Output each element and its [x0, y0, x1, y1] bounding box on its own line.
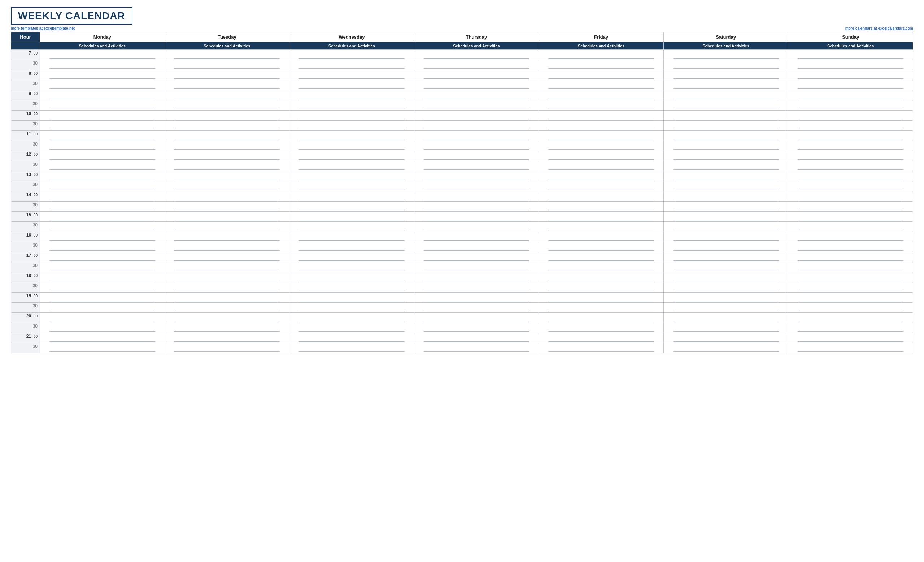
schedule-cell[interactable]	[414, 50, 539, 60]
schedule-cell[interactable]	[165, 212, 290, 222]
schedule-cell[interactable]	[290, 121, 414, 131]
schedule-cell[interactable]	[663, 201, 788, 212]
schedule-cell[interactable]	[539, 252, 664, 262]
schedule-cell[interactable]	[40, 293, 165, 303]
schedule-cell[interactable]	[290, 90, 414, 101]
schedule-cell[interactable]	[539, 262, 664, 272]
schedule-cell[interactable]	[788, 303, 913, 313]
schedule-cell[interactable]	[788, 222, 913, 232]
schedule-cell[interactable]	[414, 252, 539, 262]
schedule-cell[interactable]	[663, 60, 788, 70]
schedule-cell[interactable]	[788, 272, 913, 283]
schedule-cell[interactable]	[663, 151, 788, 161]
schedule-cell[interactable]	[414, 80, 539, 90]
schedule-cell[interactable]	[40, 181, 165, 191]
schedule-cell[interactable]	[40, 141, 165, 151]
schedule-cell[interactable]	[414, 121, 539, 131]
schedule-cell[interactable]	[788, 262, 913, 272]
schedule-cell[interactable]	[40, 232, 165, 242]
schedule-cell[interactable]	[539, 181, 664, 191]
schedule-cell[interactable]	[414, 191, 539, 201]
schedule-cell[interactable]	[40, 191, 165, 201]
schedule-cell[interactable]	[40, 212, 165, 222]
schedule-cell[interactable]	[539, 272, 664, 283]
schedule-cell[interactable]	[414, 101, 539, 111]
schedule-cell[interactable]	[788, 80, 913, 90]
schedule-cell[interactable]	[663, 141, 788, 151]
schedule-cell[interactable]	[788, 70, 913, 80]
schedule-cell[interactable]	[290, 151, 414, 161]
schedule-cell[interactable]	[414, 262, 539, 272]
schedule-cell[interactable]	[539, 60, 664, 70]
schedule-cell[interactable]	[290, 161, 414, 171]
schedule-cell[interactable]	[290, 101, 414, 111]
schedule-cell[interactable]	[663, 323, 788, 333]
schedule-cell[interactable]	[165, 171, 290, 181]
schedule-cell[interactable]	[539, 343, 664, 353]
schedule-cell[interactable]	[539, 111, 664, 121]
schedule-cell[interactable]	[40, 171, 165, 181]
schedule-cell[interactable]	[539, 333, 664, 343]
schedule-cell[interactable]	[663, 181, 788, 191]
schedule-cell[interactable]	[663, 131, 788, 141]
schedule-cell[interactable]	[414, 201, 539, 212]
schedule-cell[interactable]	[788, 252, 913, 262]
schedule-cell[interactable]	[539, 191, 664, 201]
link-right[interactable]: more calendars at excelcalendars.com	[845, 26, 913, 30]
schedule-cell[interactable]	[539, 161, 664, 171]
schedule-cell[interactable]	[788, 121, 913, 131]
schedule-cell[interactable]	[539, 323, 664, 333]
schedule-cell[interactable]	[290, 50, 414, 60]
schedule-cell[interactable]	[165, 151, 290, 161]
schedule-cell[interactable]	[539, 151, 664, 161]
schedule-cell[interactable]	[40, 252, 165, 262]
schedule-cell[interactable]	[165, 232, 290, 242]
schedule-cell[interactable]	[663, 171, 788, 181]
schedule-cell[interactable]	[663, 232, 788, 242]
schedule-cell[interactable]	[40, 90, 165, 101]
schedule-cell[interactable]	[663, 283, 788, 293]
schedule-cell[interactable]	[40, 262, 165, 272]
schedule-cell[interactable]	[290, 242, 414, 252]
schedule-cell[interactable]	[40, 303, 165, 313]
schedule-cell[interactable]	[663, 212, 788, 222]
schedule-cell[interactable]	[165, 191, 290, 201]
schedule-cell[interactable]	[539, 131, 664, 141]
schedule-cell[interactable]	[663, 101, 788, 111]
schedule-cell[interactable]	[663, 272, 788, 283]
schedule-cell[interactable]	[165, 141, 290, 151]
schedule-cell[interactable]	[40, 50, 165, 60]
schedule-cell[interactable]	[539, 303, 664, 313]
schedule-cell[interactable]	[539, 242, 664, 252]
schedule-cell[interactable]	[788, 323, 913, 333]
schedule-cell[interactable]	[40, 201, 165, 212]
schedule-cell[interactable]	[539, 121, 664, 131]
schedule-cell[interactable]	[788, 313, 913, 323]
schedule-cell[interactable]	[290, 131, 414, 141]
schedule-cell[interactable]	[165, 161, 290, 171]
schedule-cell[interactable]	[290, 272, 414, 283]
schedule-cell[interactable]	[165, 80, 290, 90]
schedule-cell[interactable]	[414, 181, 539, 191]
schedule-cell[interactable]	[414, 222, 539, 232]
schedule-cell[interactable]	[40, 60, 165, 70]
schedule-cell[interactable]	[788, 171, 913, 181]
schedule-cell[interactable]	[414, 90, 539, 101]
schedule-cell[interactable]	[40, 283, 165, 293]
schedule-cell[interactable]	[539, 70, 664, 80]
schedule-cell[interactable]	[414, 303, 539, 313]
schedule-cell[interactable]	[663, 50, 788, 60]
schedule-cell[interactable]	[539, 222, 664, 232]
schedule-cell[interactable]	[788, 161, 913, 171]
schedule-cell[interactable]	[414, 343, 539, 353]
schedule-cell[interactable]	[290, 323, 414, 333]
schedule-cell[interactable]	[414, 111, 539, 121]
schedule-cell[interactable]	[40, 333, 165, 343]
schedule-cell[interactable]	[40, 242, 165, 252]
schedule-cell[interactable]	[414, 212, 539, 222]
schedule-cell[interactable]	[414, 293, 539, 303]
schedule-cell[interactable]	[40, 131, 165, 141]
schedule-cell[interactable]	[663, 293, 788, 303]
schedule-cell[interactable]	[165, 60, 290, 70]
schedule-cell[interactable]	[414, 151, 539, 161]
